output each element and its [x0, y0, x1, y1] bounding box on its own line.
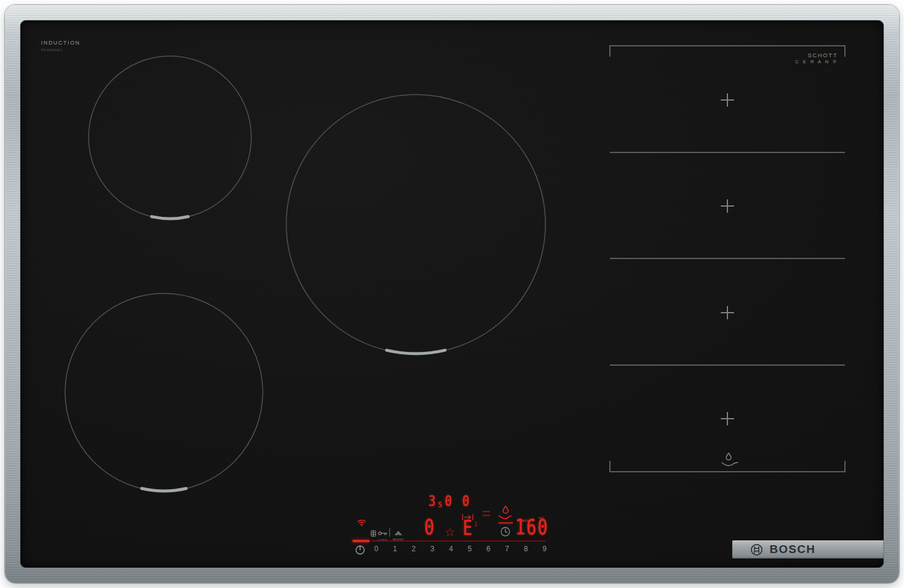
level-key[interactable]: ·	[441, 546, 443, 552]
model-number-label: PXV845HC1	[41, 48, 63, 52]
level-key[interactable]: ·	[535, 546, 536, 552]
schott-ceran-logo: SCHOTT C E R A N ®	[777, 52, 838, 64]
power-button[interactable]	[355, 544, 365, 557]
clock-icon[interactable]	[500, 527, 510, 539]
level-key[interactable]: ·	[479, 546, 480, 552]
sensor-underline	[498, 522, 513, 524]
cooktop-product-photo: INDUCTION PXV845HC1 SCHOTT C E R A N ® ·…	[0, 0, 904, 588]
level-key[interactable]: 3	[430, 545, 435, 553]
level-key[interactable]: 0	[374, 545, 378, 553]
led-zone-power-main: 3	[428, 494, 436, 508]
schott-fine-print: ········	[789, 69, 838, 72]
level-key[interactable]: ·	[404, 546, 406, 552]
level-key[interactable]: ·	[422, 546, 424, 552]
led-timer-digit-left: 0	[445, 494, 452, 508]
led-temp-value: 160	[515, 516, 549, 538]
frying-sensor-icon	[498, 505, 512, 523]
timer-min-unit-label: min	[474, 522, 477, 527]
level-key[interactable]: 7	[505, 545, 509, 553]
induction-label: INDUCTION	[41, 40, 80, 46]
level-key[interactable]: ·	[385, 546, 387, 552]
schott-logo-line2: C E R A N ®	[777, 59, 838, 64]
led-selected-power: 0	[424, 516, 434, 538]
power-slider-track[interactable]	[372, 540, 545, 542]
level-key[interactable]: 6	[486, 545, 491, 553]
level-key[interactable]: 9	[542, 545, 547, 553]
level-key[interactable]: 2	[412, 545, 416, 553]
pause-dashes-icon	[482, 509, 491, 520]
schott-logo-line1: SCHOTT	[777, 52, 838, 59]
level-key[interactable]: 1	[393, 545, 397, 553]
level-key[interactable]: 4	[449, 545, 453, 553]
power-slider-active-segment[interactable]	[353, 540, 369, 542]
boost-chevron-icon	[394, 531, 403, 536]
bosch-logo-bar: BOSCH	[732, 540, 884, 558]
led-timer-end-glyph: E	[463, 518, 472, 538]
bosch-wordmark: BOSCH	[770, 543, 815, 556]
boost-key[interactable]: BOOST	[392, 527, 405, 542]
level-key[interactable]: 5	[468, 545, 472, 553]
level-key[interactable]: 8	[524, 545, 528, 553]
panel-lock-icon[interactable]	[371, 528, 376, 539]
control-divider	[389, 528, 390, 537]
led-timer-digit-right: 0	[462, 494, 469, 508]
led-zone-power-sub: 5	[438, 501, 442, 508]
star-icon	[445, 528, 454, 539]
level-key[interactable]: ·	[497, 546, 499, 552]
ceramic-glass-surface	[20, 20, 884, 568]
level-key[interactable]: ·	[516, 546, 518, 552]
level-key[interactable]: ·	[460, 546, 462, 552]
key-icon	[378, 531, 388, 536]
power-level-keys[interactable]: 0·1·2·3·4·5·6·7·8·9	[374, 545, 547, 553]
wifi-icon	[357, 518, 366, 529]
bosch-symbol-icon	[750, 543, 763, 556]
